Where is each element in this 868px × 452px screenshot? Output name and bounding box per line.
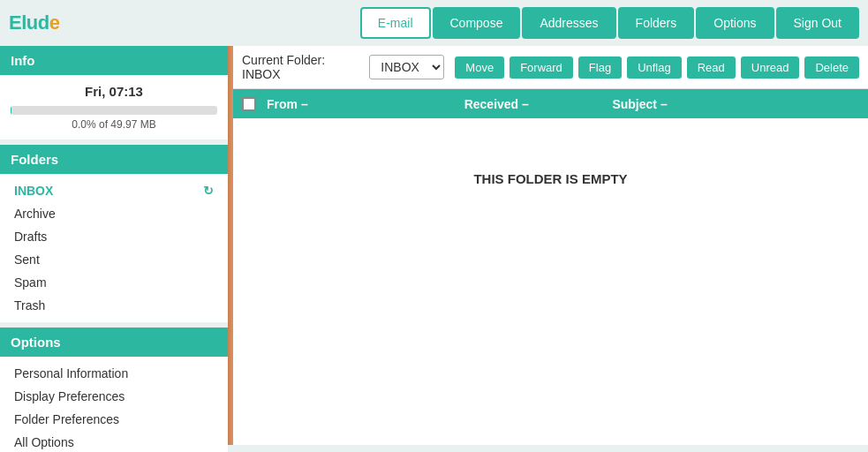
checkbox[interactable] <box>242 97 256 111</box>
sidebar: Info Fri, 07:13 0.0% of 49.97 MB Folders… <box>0 46 228 445</box>
read-button[interactable]: Read <box>687 56 736 79</box>
current-folder-label: Current Folder: INBOX <box>242 53 360 81</box>
info-section: Fri, 07:13 0.0% of 49.97 MB <box>0 75 228 139</box>
folder-select[interactable]: INBOX Archive Drafts Sent Spam Trash <box>369 55 444 79</box>
move-button[interactable]: Move <box>455 56 504 79</box>
folder-item-spam[interactable]: Spam <box>0 271 228 294</box>
nav-tabs: E-mail Compose Addresses Folders Options… <box>360 7 859 39</box>
tab-signout[interactable]: Sign Out <box>776 7 859 39</box>
col-received[interactable]: Received – <box>464 97 613 111</box>
folders-section: Folders INBOX ↻ Archive Drafts Sent Spam <box>0 145 228 322</box>
logo: Elude <box>9 11 59 34</box>
email-table-header: From – Received – Subject – <box>233 89 868 118</box>
tab-options[interactable]: Options <box>696 7 774 39</box>
top-nav: Elude E-mail Compose Addresses Folders O… <box>0 0 868 46</box>
folders-header: Folders <box>0 145 228 174</box>
select-all-checkbox[interactable] <box>242 96 267 111</box>
logo-dot: e <box>49 11 60 34</box>
logo-text: Elude <box>9 11 59 34</box>
email-empty-message: THIS FOLDER IS EMPTY <box>233 118 868 239</box>
refresh-icon[interactable]: ↻ <box>203 184 214 198</box>
storage-text: 0.0% of 49.97 MB <box>11 118 217 131</box>
col-from[interactable]: From – <box>267 97 464 111</box>
logo-name: Elud <box>9 11 49 34</box>
folder-item-sent[interactable]: Sent <box>0 248 228 271</box>
folder-item-archive[interactable]: Archive <box>0 202 228 225</box>
unread-button[interactable]: Unread <box>741 56 800 79</box>
options-item-display-prefs[interactable]: Display Preferences <box>0 385 228 408</box>
content-area: Current Folder: INBOX INBOX Archive Draf… <box>233 46 868 445</box>
options-item-personal-info[interactable]: Personal Information <box>0 362 228 385</box>
tab-compose[interactable]: Compose <box>433 7 521 39</box>
options-item-folder-prefs[interactable]: Folder Preferences <box>0 408 228 431</box>
folder-item-trash[interactable]: Trash <box>0 294 228 317</box>
tab-folders[interactable]: Folders <box>618 7 695 39</box>
options-header: Options <box>0 328 228 357</box>
col-subject[interactable]: Subject – <box>612 97 859 111</box>
tab-addresses[interactable]: Addresses <box>522 7 615 39</box>
folder-item-drafts[interactable]: Drafts <box>0 225 228 248</box>
storage-bar-container <box>11 106 217 115</box>
main-layout: Info Fri, 07:13 0.0% of 49.97 MB Folders… <box>0 46 868 445</box>
unflag-button[interactable]: Unflag <box>627 56 682 79</box>
options-list: Personal Information Display Preferences… <box>0 357 228 452</box>
info-date: Fri, 07:13 <box>11 84 217 99</box>
delete-button[interactable]: Delete <box>804 56 859 79</box>
forward-button[interactable]: Forward <box>509 56 573 79</box>
options-section: Options Personal Information Display Pre… <box>0 328 228 452</box>
folder-toolbar: Current Folder: INBOX INBOX Archive Draf… <box>233 46 868 89</box>
folder-item-inbox[interactable]: INBOX ↻ <box>0 179 228 202</box>
options-item-all-options[interactable]: All Options <box>0 431 228 452</box>
flag-button[interactable]: Flag <box>578 56 622 79</box>
info-header: Info <box>0 46 228 75</box>
folder-list: INBOX ↻ Archive Drafts Sent Spam Trash <box>0 174 228 322</box>
tab-email[interactable]: E-mail <box>360 7 431 39</box>
